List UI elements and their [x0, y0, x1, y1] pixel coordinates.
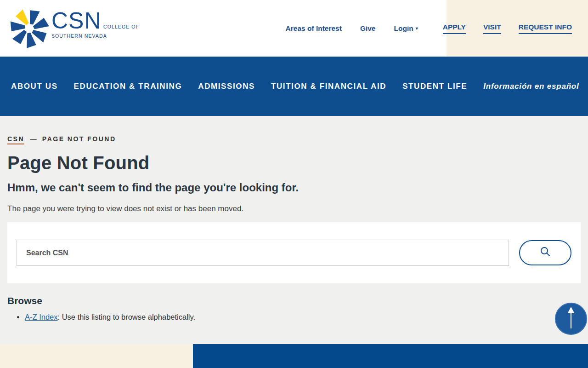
search-input[interactable] — [17, 240, 509, 266]
page-title: Page Not Found — [7, 153, 581, 173]
main-nav: ABOUT US EDUCATION & TRAINING ADMISSIONS… — [0, 57, 588, 116]
page-subtitle: Hmm, we can't seem to find the page you'… — [7, 181, 581, 194]
utility-link-request-info[interactable]: REQUEST INFO — [519, 23, 572, 34]
nav-item-informacion-en-espanol[interactable]: Información en español — [483, 82, 579, 91]
breadcrumb-link-csn[interactable]: CSN — [7, 135, 24, 144]
csn-pinwheel-icon — [7, 363, 50, 368]
list-item: A-Z Index: Use this listing to browse al… — [25, 313, 581, 322]
az-index-link[interactable]: A-Z Index — [25, 313, 58, 321]
browse-list: A-Z Index: Use this listing to browse al… — [7, 313, 581, 322]
utility-link-give[interactable]: Give — [360, 24, 376, 33]
utility-link-areas-of-interest[interactable]: Areas of Interest — [286, 24, 342, 33]
site-header: CSN COLLEGE OF SOUTHERN NEVADA Areas of … — [0, 0, 588, 57]
search-icon — [539, 246, 551, 259]
utility-link-login[interactable]: Login▾ — [394, 24, 418, 33]
csn-wordmark: CSN COLLEGE OF SOUTHERN NEVADA — [51, 10, 139, 40]
cta-group: APPLY VISIT REQUEST INFO — [443, 23, 572, 34]
chevron-down-icon: ▾ — [416, 26, 418, 31]
search-submit-button[interactable] — [519, 240, 571, 265]
site-footer — [0, 344, 588, 368]
csn-logo[interactable]: CSN COLLEGE OF SOUTHERN NEVADA — [7, 5, 139, 52]
logo-acronym: CSN — [51, 8, 102, 34]
csn-pinwheel-icon — [7, 5, 50, 52]
logo-line2: SOUTHERN NEVADA — [51, 33, 107, 39]
browse-heading: Browse — [7, 295, 581, 306]
page-description: The page you were trying to view does no… — [7, 204, 581, 213]
utility-link-visit[interactable]: VISIT — [483, 23, 501, 34]
scroll-to-top-button[interactable] — [555, 303, 587, 335]
breadcrumb-current: PAGE NOT FOUND — [42, 135, 116, 143]
footer-right-panel — [193, 344, 588, 368]
nav-item-about-us[interactable]: ABOUT US — [11, 82, 58, 91]
nav-item-student-life[interactable]: STUDENT LIFE — [402, 82, 467, 91]
arrow-up-icon — [565, 306, 577, 332]
page: CSN COLLEGE OF SOUTHERN NEVADA Areas of … — [0, 0, 588, 368]
nav-item-tuition-financial-aid[interactable]: TUITION & FINANCIAL AID — [271, 82, 386, 91]
list-item-text: : Use this listing to browse alphabetica… — [58, 313, 196, 321]
nav-item-education-training[interactable]: EDUCATION & TRAINING — [74, 82, 182, 91]
main-content: CSN — PAGE NOT FOUND Page Not Found Hmm,… — [0, 116, 588, 322]
utility-link-apply[interactable]: APPLY — [443, 23, 466, 34]
utility-nav: Areas of Interest Give Login▾ APPLY VISI… — [286, 0, 588, 57]
search-panel — [7, 222, 581, 283]
breadcrumb: CSN — PAGE NOT FOUND — [7, 116, 581, 143]
breadcrumb-separator: — — [30, 135, 36, 143]
footer-left-panel — [0, 344, 193, 368]
nav-item-admissions[interactable]: ADMISSIONS — [198, 82, 255, 91]
logo-line1: COLLEGE OF — [103, 24, 139, 29]
